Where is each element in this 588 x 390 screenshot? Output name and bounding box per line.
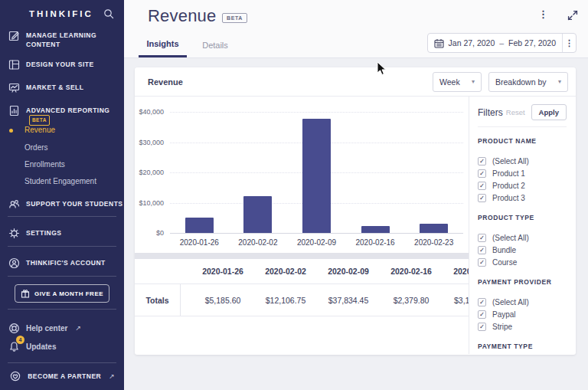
beta-badge: BETA — [222, 13, 247, 23]
partner-heart-icon — [9, 370, 21, 382]
filter-option[interactable]: ✓Product 1 — [478, 167, 567, 179]
filters-panel: Filters Reset Apply PRODUCT NAME✓(Select… — [469, 97, 575, 354]
sidebar-item-help-center[interactable]: Help center ↗ — [8, 322, 81, 334]
reset-button[interactable]: Reset — [506, 108, 525, 116]
app-window: THINKIFIC MANAGE LEARNING CONTENT DESIGN… — [0, 0, 588, 390]
search-icon[interactable] — [103, 8, 115, 20]
sidebar-divider — [8, 216, 116, 217]
sidebar-item-thinkifics-account[interactable]: THINKIFIC'S ACCOUNT — [8, 257, 106, 269]
sidebar-item-settings[interactable]: SETTINGS — [8, 227, 62, 239]
sidebar-item-label: SETTINGS — [26, 227, 62, 238]
sidebar-item-revenue[interactable]: Revenue — [24, 126, 55, 134]
chart-bar[interactable] — [302, 119, 331, 233]
filter-option[interactable]: ✓Course — [478, 256, 567, 268]
date-range-picker[interactable]: Jan 27, 2020 – Feb 27, 2020 ⋮ — [427, 33, 577, 53]
filter-option-label: (Select All) — [492, 157, 529, 166]
filter-section: PRODUCT TYPE✓(Select All)✓Bundle✓Course — [478, 214, 567, 268]
sidebar-item-enrollments[interactable]: Enrollments — [24, 160, 65, 169]
x-axis-label: 2020-02-16 — [346, 238, 405, 247]
sidebar-item-updates[interactable]: 4 Updates — [8, 340, 56, 352]
table-col-header: 2020-02-16 — [380, 267, 443, 276]
card-header: Revenue Week ▾ Breakdown by ▾ — [135, 67, 576, 97]
chart-title: Revenue — [148, 77, 183, 87]
presentation-chart-icon — [8, 81, 20, 93]
filter-option[interactable]: ✓(Select All) — [478, 231, 567, 244]
checkbox-checked[interactable]: ✓ — [478, 246, 486, 254]
help-center-label: Help center — [26, 324, 67, 333]
checkbox-checked[interactable]: ✓ — [478, 169, 486, 178]
divider — [478, 126, 567, 127]
date-range-start: Jan 27, 2020 — [449, 38, 495, 48]
checkbox-checked[interactable]: ✓ — [478, 310, 486, 319]
checkbox-checked[interactable]: ✓ — [478, 323, 486, 331]
table-corner-cell — [135, 259, 181, 283]
sidebar-item-become-a-partner[interactable]: BECOME A PARTNER ↗ — [0, 370, 124, 382]
checkbox-checked[interactable]: ✓ — [478, 157, 486, 166]
filter-option[interactable]: ✓Bundle — [478, 244, 567, 256]
sidebar-item-design-your-site[interactable]: DESIGN YOUR SITE — [8, 58, 94, 70]
interval-dropdown[interactable]: Week ▾ — [433, 72, 482, 92]
checkbox-checked[interactable]: ✓ — [478, 182, 486, 190]
checkbox-checked[interactable]: ✓ — [478, 258, 486, 267]
expand-icon[interactable] — [567, 10, 578, 24]
sidebar-item-label: ADVANCED REPORTINGBETA — [26, 104, 124, 126]
chart-bar[interactable] — [361, 226, 390, 233]
layout-icon — [8, 58, 20, 70]
report-card: Revenue Week ▾ Breakdown by ▾ $0$10,000$… — [135, 67, 576, 355]
page-kebab-menu-icon[interactable]: ⋮ — [538, 8, 548, 20]
sidebar-item-student-engagement[interactable]: Student Engagement — [24, 177, 96, 185]
sidebar-subitem-label: Enrollments — [24, 160, 65, 169]
filter-section-heading: PAYMENT TYPE — [478, 342, 567, 350]
chart-bar[interactable] — [185, 218, 214, 234]
date-options-kebab-icon[interactable]: ⋮ — [562, 34, 576, 52]
filter-option-label: (Select All) — [492, 298, 529, 306]
table-col-header: 2020-02-02 — [254, 267, 317, 276]
sidebar-item-advanced-reporting[interactable]: ADVANCED REPORTINGBETA — [8, 104, 124, 126]
breakdown-dropdown[interactable]: Breakdown by ▾ — [488, 72, 568, 92]
tab-insights[interactable]: Insights — [139, 32, 187, 57]
sidebar-item-market-sell[interactable]: MARKET & SELL — [8, 81, 83, 93]
filter-option[interactable]: ✓(Select All) — [478, 296, 567, 308]
filter-option[interactable]: ✓Stripe — [478, 320, 567, 333]
totals-table: 2020-01-262020-02-022020-02-092020-02-16… — [135, 259, 469, 316]
x-axis-label: 2020-02-23 — [404, 238, 463, 247]
people-icon — [8, 198, 20, 210]
filter-option[interactable]: ✓Paypal — [478, 308, 567, 320]
checkbox-checked[interactable]: ✓ — [478, 298, 486, 306]
x-axis-label: 2020-01-26 — [170, 238, 229, 247]
filter-option-label: Bundle — [492, 246, 516, 254]
filter-option[interactable]: ✓Product 2 — [478, 179, 567, 192]
totals-cell: $3,1 — [443, 296, 469, 305]
chart-bar[interactable] — [243, 196, 272, 233]
sidebar-subitem-label: Orders — [24, 143, 48, 152]
table-col-header: 2020-02-23 — [443, 267, 469, 276]
horizontal-scrollbar[interactable] — [135, 253, 469, 259]
give-month-label: GIVE A MONTH FREE — [34, 290, 103, 297]
y-axis-label: $10,000 — [135, 199, 164, 207]
checkbox-checked[interactable]: ✓ — [478, 234, 486, 242]
edit-icon — [8, 29, 20, 41]
sidebar-item-label: THINKIFIC'S ACCOUNT — [26, 257, 106, 267]
updates-count-badge: 4 — [16, 336, 24, 344]
chart-and-table-area: $0$10,000$20,000$30,000$40,0002020-01-26… — [135, 97, 469, 354]
filter-option[interactable]: ✓(Select All) — [478, 155, 567, 167]
sidebar-subitem-label: Revenue — [24, 126, 55, 134]
filter-option-label: Paypal — [492, 310, 516, 319]
sidebar-item-support-your-students[interactable]: SUPPORT YOUR STUDENTS — [8, 198, 123, 210]
chart-bar[interactable] — [420, 224, 448, 233]
date-range-end: Feb 27, 2020 — [508, 38, 556, 48]
sidebar-item-manage-learning-content[interactable]: MANAGE LEARNING CONTENT — [8, 29, 112, 49]
sidebar-item-orders[interactable]: Orders — [24, 143, 48, 152]
totals-cell: $12,106.75 — [254, 296, 317, 305]
thinkific-logo[interactable]: THINKIFIC — [29, 9, 93, 18]
filter-section: PAYMENT PROVIDER✓(Select All)✓Paypal✓Str… — [478, 278, 567, 333]
page-title: Revenue — [148, 6, 216, 26]
apply-button[interactable]: Apply — [531, 104, 567, 120]
give-a-month-free-button[interactable]: GIVE A MONTH FREE — [15, 284, 109, 303]
filter-section-heading: PRODUCT TYPE — [478, 214, 567, 221]
beta-badge: BETA — [29, 115, 50, 126]
filter-option[interactable]: ✓Product 3 — [478, 192, 567, 204]
checkbox-checked[interactable]: ✓ — [478, 194, 486, 202]
revenue-bar-chart: $0$10,000$20,000$30,000$40,0002020-01-26… — [135, 97, 469, 253]
tab-details[interactable]: Details — [195, 32, 235, 57]
